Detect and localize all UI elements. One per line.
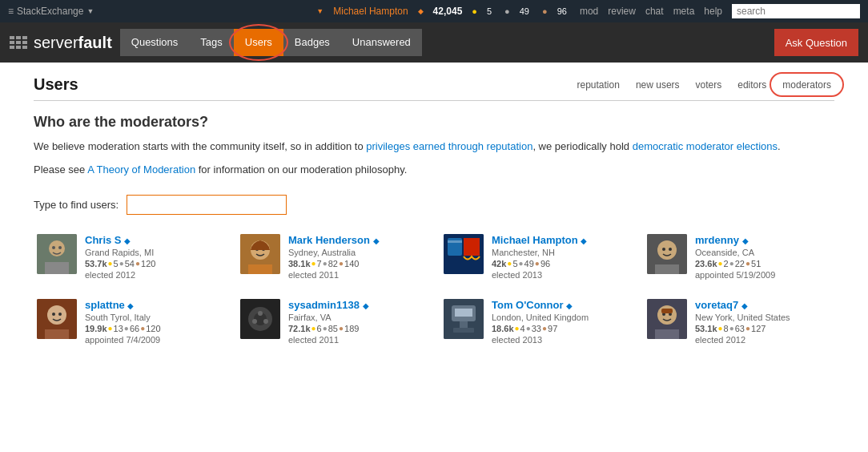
- user-profile-link[interactable]: Michael Hampton: [333, 6, 408, 17]
- mod-elected: elected 2011: [288, 270, 424, 280]
- silver-badge-count: 49: [520, 6, 529, 16]
- svg-rect-12: [448, 240, 462, 243]
- mod-info: Chris S ◆ Grand Rapids, MI 53.7k ●5 ●54 …: [85, 234, 221, 280]
- silver-dot: ●: [323, 324, 328, 333]
- mod-diamond-icon: ◆: [363, 301, 369, 310]
- mod-name-link[interactable]: Chris S: [85, 234, 122, 246]
- bronze-dot: ●: [745, 324, 750, 333]
- mod-elected: elected 2013: [492, 270, 628, 280]
- mod-card: splattne ◆ South Tyrol, Italy 19.9k ●13 …: [34, 296, 224, 348]
- mod-diamond-icon: ◆: [373, 236, 380, 245]
- mod-name-row: mrdenny ◆: [695, 234, 831, 246]
- nav-tags[interactable]: Tags: [189, 29, 233, 56]
- mod-reputation: 19.9k: [85, 324, 107, 333]
- silver-dot: ●: [729, 259, 734, 268]
- svg-rect-9: [248, 264, 272, 274]
- nav-unanswered[interactable]: Unanswered: [341, 29, 422, 56]
- mod-elected: elected 2012: [695, 335, 831, 345]
- find-users-row: Type to find users:: [34, 195, 834, 215]
- mod-info: Michael Hampton ◆ Manchester, NH 42k ●5 …: [492, 234, 628, 280]
- tab-reputation[interactable]: reputation: [574, 78, 623, 92]
- user-diamond-icon: ◆: [418, 7, 424, 15]
- page-title: Users: [34, 75, 574, 94]
- mod-name-link[interactable]: splattne: [85, 299, 125, 311]
- mod-link[interactable]: mod: [580, 6, 598, 17]
- ask-question-button[interactable]: Ask Question: [774, 29, 858, 56]
- mod-name-row: splattne ◆: [85, 299, 221, 311]
- mod-avatar: [444, 234, 484, 274]
- mod-avatar: [647, 234, 687, 274]
- find-users-input[interactable]: [127, 195, 287, 215]
- mod-card: Mark Henderson ◆ Sydney, Australia 38.1k…: [237, 231, 428, 283]
- hamburger-icon: ≡: [8, 6, 14, 17]
- svg-point-21: [52, 313, 55, 316]
- bronze-count: 127: [751, 324, 766, 333]
- bronze-badge-count: 96: [557, 6, 567, 16]
- site-navigation: Questions Tags Users Badges Unanswered: [120, 29, 774, 56]
- nav-questions[interactable]: Questions: [120, 29, 190, 56]
- mod-elected: appointed 7/4/2009: [85, 335, 221, 345]
- mod-reputation: 53.7k: [85, 259, 107, 268]
- search-input[interactable]: [732, 4, 860, 18]
- mod-elected: elected 2011: [288, 335, 424, 345]
- help-link[interactable]: help: [704, 6, 722, 17]
- mod-name-link[interactable]: Mark Henderson: [288, 234, 370, 246]
- gold-count: 2: [724, 259, 729, 268]
- svg-rect-2: [45, 262, 69, 274]
- svg-point-22: [58, 313, 62, 316]
- mod-elected: elected 2012: [85, 270, 221, 280]
- tab-moderators[interactable]: moderators: [779, 78, 834, 92]
- nav-badges[interactable]: Badges: [283, 29, 341, 56]
- svg-rect-32: [455, 309, 472, 317]
- silver-count: 22: [735, 259, 745, 268]
- mod-card: Chris S ◆ Grand Rapids, MI 53.7k ●5 ●54 …: [34, 231, 224, 283]
- mod-reputation: 23.6k: [695, 259, 717, 268]
- mod-card: sysadmin1138 ◆ Fairfax, VA 72.1k ●6 ●85 …: [237, 296, 428, 348]
- gold-count: 13: [114, 324, 123, 333]
- mod-name-row: sysadmin1138 ◆: [288, 299, 424, 311]
- mod-reputation: 53.1k: [695, 324, 717, 333]
- mod-name-link[interactable]: Michael Hampton: [492, 234, 578, 246]
- theory-link[interactable]: A Theory of Moderation: [87, 163, 195, 176]
- gold-count: 6: [317, 324, 322, 333]
- bronze-count: 120: [141, 259, 155, 268]
- mod-name-link[interactable]: voretaq7: [695, 299, 738, 311]
- site-logo[interactable]: serverfault: [10, 34, 112, 52]
- privileges-link[interactable]: privileges earned through reputation: [366, 140, 532, 152]
- tab-voters[interactable]: voters: [693, 78, 725, 92]
- elections-link[interactable]: democratic moderator elections: [633, 140, 778, 152]
- top-navigation: ≡ StackExchange ▼ ▼ Michael Hampton ◆ 42…: [0, 0, 868, 22]
- gold-count: 7: [317, 259, 322, 268]
- mod-reputation: 18.6k: [492, 324, 514, 333]
- users-header: Users reputation new users voters editor…: [34, 75, 834, 101]
- mod-avatar: [647, 299, 687, 339]
- review-link[interactable]: review: [608, 6, 636, 17]
- svg-point-4: [58, 246, 62, 249]
- mod-location: Manchester, NH: [492, 248, 628, 257]
- bronze-dot: ●: [135, 259, 140, 268]
- silver-badge-dot: ●: [504, 6, 510, 16]
- svg-rect-23: [45, 329, 69, 339]
- svg-point-17: [669, 248, 672, 251]
- stackexchange-menu[interactable]: ≡ StackExchange ▼: [8, 6, 94, 17]
- chat-link[interactable]: chat: [645, 6, 664, 17]
- mod-name-row: Tom O'Connor ◆: [492, 299, 628, 311]
- mod-info: splattne ◆ South Tyrol, Italy 19.9k ●13 …: [85, 299, 221, 345]
- gold-dot: ●: [108, 259, 113, 268]
- gold-dot: ●: [718, 259, 723, 268]
- mod-avatar: [240, 234, 280, 274]
- nav-users[interactable]: Users: [234, 29, 283, 56]
- mod-location: Fairfax, VA: [288, 313, 424, 322]
- tab-editors[interactable]: editors: [734, 78, 770, 92]
- meta-link[interactable]: meta: [673, 6, 695, 17]
- mod-name-link[interactable]: Tom O'Connor: [492, 299, 564, 311]
- silver-dot: ●: [519, 259, 524, 268]
- mod-info: mrdenny ◆ Oceanside, CA 23.6k ●2 ●22 ●51…: [695, 234, 831, 280]
- logo-text: serverfault: [34, 34, 112, 52]
- mod-name-link[interactable]: sysadmin1138: [288, 299, 360, 311]
- silver-dot: ●: [526, 324, 531, 333]
- tab-new-users[interactable]: new users: [633, 78, 683, 92]
- gold-dot: ●: [108, 324, 113, 333]
- mod-name-link[interactable]: mrdenny: [695, 234, 739, 246]
- mod-stats: 72.1k ●6 ●85 ●189: [288, 324, 424, 333]
